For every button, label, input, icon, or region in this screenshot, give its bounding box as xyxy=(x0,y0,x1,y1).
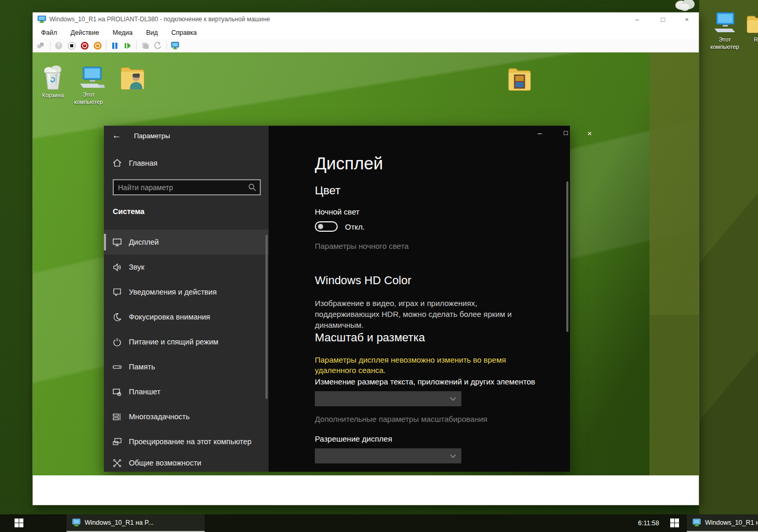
desktop-icon-label: Корзина xyxy=(42,92,64,99)
hyperv-window-icon xyxy=(72,518,81,527)
desktop-icon-label: Этот компьютер xyxy=(708,36,742,51)
menu-file[interactable]: Файл xyxy=(41,29,57,36)
sidebar-item-tablet[interactable]: Планшет xyxy=(104,379,269,404)
revert-icon[interactable] xyxy=(153,41,163,50)
settings-close-button[interactable]: × xyxy=(583,129,596,138)
close-button[interactable]: × xyxy=(678,12,696,26)
sidebar-item-label: Проецирование на этот компьютер xyxy=(129,437,251,446)
vm-screen: Корзина Этот компьютер xyxy=(33,52,699,475)
sidebar-item-label: Общие возможности xyxy=(129,459,201,467)
settings-window-title: Параметры xyxy=(134,132,170,140)
sidebar-item-label: Фокусировка внимания xyxy=(129,313,210,321)
settings-sidebar: ← Параметры Главная Система Дисплей xyxy=(104,126,269,472)
chevron-down-icon xyxy=(450,454,456,458)
taskbar-button-label: Windows_10_R1 на P... xyxy=(85,519,153,526)
sidebar-scrollbar[interactable] xyxy=(265,235,268,399)
host-clock[interactable]: 6:11:58 xyxy=(638,520,659,527)
save-state-icon[interactable] xyxy=(93,41,102,50)
recycle-bin-icon xyxy=(42,65,64,90)
sidebar-item-label: Планшет xyxy=(129,388,161,396)
sidebar-item-multitasking[interactable]: Многозадачность xyxy=(104,404,269,429)
search-icon[interactable] xyxy=(248,183,256,191)
display-icon xyxy=(113,238,122,247)
advanced-scaling-link[interactable]: Дополнительные параметры масштабирования xyxy=(315,415,487,423)
sidebar-item-label: Уведомления и действия xyxy=(129,288,217,296)
scale-section-heading: Масштаб и разметка xyxy=(315,331,425,344)
sidebar-item-projecting[interactable]: Проецирование на этот компьютер xyxy=(104,429,269,454)
desktop-icon-media-folder[interactable] xyxy=(503,66,536,92)
host-start-button-2[interactable] xyxy=(670,518,679,527)
enhanced-session-icon[interactable] xyxy=(170,41,180,50)
desktop-icon-this-pc[interactable]: Этот компьютер xyxy=(75,66,108,106)
search-input[interactable] xyxy=(113,179,261,195)
desktop-icon-folder-host[interactable]: Ro xyxy=(746,14,758,44)
ctrl-alt-del-icon[interactable] xyxy=(37,41,46,50)
settings-maximize-button[interactable]: □ xyxy=(559,129,573,137)
shut-down-icon[interactable] xyxy=(80,41,89,50)
start-vm-icon[interactable] xyxy=(54,41,63,50)
scale-dropdown[interactable] xyxy=(315,391,461,406)
second-monitor-desktop: Этот компьютер Ro xyxy=(699,0,758,514)
scale-dropdown-label: Изменение размера текста, приложений и д… xyxy=(315,377,535,386)
host-taskbar-button-vm[interactable]: Windows_10_R1 на P... xyxy=(67,514,205,532)
settings-window: ← Параметры Главная Система Дисплей xyxy=(104,126,570,472)
notifications-icon xyxy=(113,288,122,297)
sidebar-item-notifications[interactable]: Уведомления и действия xyxy=(104,280,269,304)
sidebar-item-label: Память xyxy=(129,363,155,371)
taskbar-button-label: Windows_10_R1 на P. xyxy=(705,519,758,526)
sound-icon xyxy=(113,263,122,272)
desktop-icon-label: Этот компьютер xyxy=(70,91,108,106)
wallpaper-right-facet xyxy=(649,52,699,475)
resolution-dropdown[interactable] xyxy=(315,448,461,463)
host-start-button[interactable] xyxy=(15,518,23,527)
night-light-state: Откл. xyxy=(345,222,365,231)
night-light-settings-link[interactable]: Параметры ночного света xyxy=(315,242,409,250)
desktop-icon-this-pc-host[interactable]: Этот компьютер xyxy=(711,11,742,51)
user-folder-icon xyxy=(119,65,145,92)
page-title: Дисплей xyxy=(315,154,383,174)
vmconnect-menubar: Файл Действие Медиа Вид Справка xyxy=(33,26,699,39)
sidebar-section-header: Система xyxy=(113,207,144,216)
recycle-bin-paper-icon xyxy=(674,0,698,12)
media-folder-icon xyxy=(508,66,531,92)
night-light-toggle[interactable] xyxy=(315,221,338,232)
hdr-section-heading: Windows HD Color xyxy=(315,274,411,287)
sidebar-item-sound[interactable]: Звук xyxy=(104,255,269,280)
night-light-label: Ночной свет xyxy=(315,207,360,216)
maximize-button[interactable]: □ xyxy=(654,12,672,26)
pause-icon[interactable] xyxy=(110,41,119,50)
menu-help[interactable]: Справка xyxy=(171,29,197,36)
menu-view[interactable]: Вид xyxy=(146,29,158,36)
home-icon xyxy=(113,158,122,167)
moon-icon xyxy=(113,313,122,322)
sidebar-item-label: Звук xyxy=(129,263,144,271)
host-taskbar-button-vm-2[interactable]: Windows_10_R1 на P. xyxy=(687,514,758,532)
sidebar-item-home[interactable]: Главная xyxy=(113,158,157,167)
sidebar-item-power-sleep[interactable]: Питание и спящий режим xyxy=(104,329,269,354)
multitasking-icon xyxy=(113,413,122,421)
desktop-icon-user-folder[interactable] xyxy=(116,65,149,92)
resume-icon[interactable] xyxy=(123,41,132,50)
desktop-icon-recycle-bin[interactable]: Корзина xyxy=(36,65,70,99)
sidebar-item-storage[interactable]: Память xyxy=(104,354,269,379)
host-desktop: Этот компьютер Ro Windows_10_R1 на xyxy=(0,0,758,532)
hyperv-window-icon xyxy=(37,16,46,23)
vmconnect-titlebar: Windows_10_R1 на PROLIANT-DL380 - подклю… xyxy=(33,12,699,26)
sidebar-item-label: Многозадачность xyxy=(129,413,190,421)
turn-off-icon[interactable] xyxy=(67,41,76,50)
hyperv-window-icon xyxy=(692,518,701,527)
shared-experiences-icon xyxy=(113,459,122,468)
host-taskbar: Windows_10_R1 на P... 6:11:58 Windows_10… xyxy=(0,514,758,532)
sidebar-item-focus-assist[interactable]: Фокусировка внимания xyxy=(104,304,269,329)
content-scrollbar[interactable] xyxy=(566,181,568,332)
vmconnect-window: Windows_10_R1 на PROLIANT-DL380 - подклю… xyxy=(33,12,699,505)
menu-action[interactable]: Действие xyxy=(71,29,99,36)
minimize-button[interactable]: – xyxy=(628,12,646,26)
sidebar-item-display[interactable]: Дисплей xyxy=(104,230,269,255)
checkpoint-icon[interactable] xyxy=(140,41,150,50)
sidebar-item-shared-experiences[interactable]: Общие возможности xyxy=(104,454,269,472)
menu-media[interactable]: Медиа xyxy=(113,29,132,36)
settings-minimize-button[interactable]: – xyxy=(533,129,547,137)
window-title: Windows_10_R1 на PROLIANT-DL380 - подклю… xyxy=(49,16,270,23)
back-icon[interactable]: ← xyxy=(112,130,121,141)
